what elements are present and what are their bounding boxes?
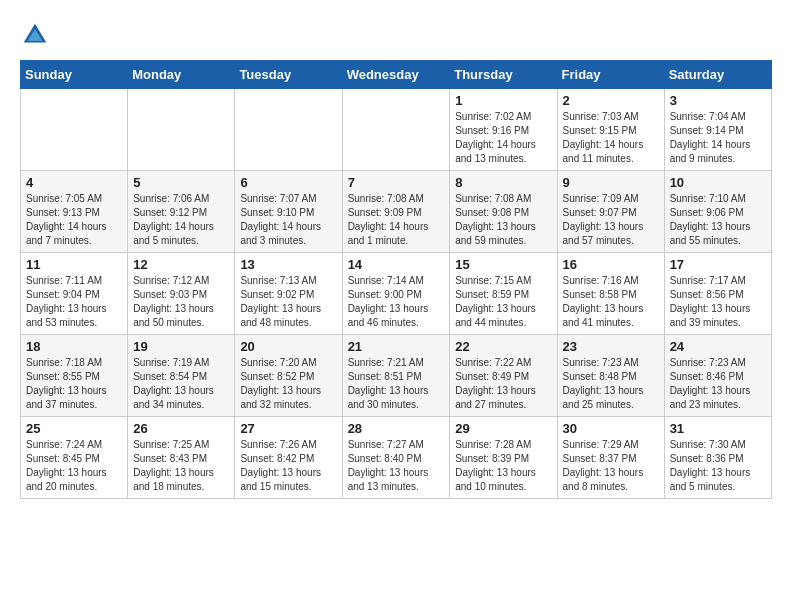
day-number: 2 <box>563 93 659 108</box>
day-info: Sunrise: 7:22 AM Sunset: 8:49 PM Dayligh… <box>455 356 551 412</box>
day-info: Sunrise: 7:18 AM Sunset: 8:55 PM Dayligh… <box>26 356 122 412</box>
day-info: Sunrise: 7:12 AM Sunset: 9:03 PM Dayligh… <box>133 274 229 330</box>
day-info: Sunrise: 7:06 AM Sunset: 9:12 PM Dayligh… <box>133 192 229 248</box>
weekday-header: Tuesday <box>235 61 342 89</box>
weekday-header: Friday <box>557 61 664 89</box>
day-number: 17 <box>670 257 766 272</box>
day-number: 13 <box>240 257 336 272</box>
day-info: Sunrise: 7:30 AM Sunset: 8:36 PM Dayligh… <box>670 438 766 494</box>
day-number: 18 <box>26 339 122 354</box>
day-number: 7 <box>348 175 445 190</box>
day-number: 3 <box>670 93 766 108</box>
calendar-cell: 26Sunrise: 7:25 AM Sunset: 8:43 PM Dayli… <box>128 417 235 499</box>
day-number: 26 <box>133 421 229 436</box>
calendar-cell <box>21 89 128 171</box>
day-info: Sunrise: 7:24 AM Sunset: 8:45 PM Dayligh… <box>26 438 122 494</box>
day-number: 21 <box>348 339 445 354</box>
day-number: 22 <box>455 339 551 354</box>
day-info: Sunrise: 7:08 AM Sunset: 9:09 PM Dayligh… <box>348 192 445 248</box>
calendar-cell: 3Sunrise: 7:04 AM Sunset: 9:14 PM Daylig… <box>664 89 771 171</box>
calendar-table: SundayMondayTuesdayWednesdayThursdayFrid… <box>20 60 772 499</box>
day-info: Sunrise: 7:23 AM Sunset: 8:48 PM Dayligh… <box>563 356 659 412</box>
calendar-cell: 15Sunrise: 7:15 AM Sunset: 8:59 PM Dayli… <box>450 253 557 335</box>
calendar-cell: 28Sunrise: 7:27 AM Sunset: 8:40 PM Dayli… <box>342 417 450 499</box>
day-info: Sunrise: 7:07 AM Sunset: 9:10 PM Dayligh… <box>240 192 336 248</box>
day-info: Sunrise: 7:20 AM Sunset: 8:52 PM Dayligh… <box>240 356 336 412</box>
day-info: Sunrise: 7:28 AM Sunset: 8:39 PM Dayligh… <box>455 438 551 494</box>
weekday-header: Thursday <box>450 61 557 89</box>
day-info: Sunrise: 7:04 AM Sunset: 9:14 PM Dayligh… <box>670 110 766 166</box>
day-number: 16 <box>563 257 659 272</box>
day-number: 14 <box>348 257 445 272</box>
logo <box>20 20 54 50</box>
day-info: Sunrise: 7:15 AM Sunset: 8:59 PM Dayligh… <box>455 274 551 330</box>
calendar-cell: 16Sunrise: 7:16 AM Sunset: 8:58 PM Dayli… <box>557 253 664 335</box>
day-number: 28 <box>348 421 445 436</box>
calendar-cell: 22Sunrise: 7:22 AM Sunset: 8:49 PM Dayli… <box>450 335 557 417</box>
day-number: 25 <box>26 421 122 436</box>
calendar-week-row: 18Sunrise: 7:18 AM Sunset: 8:55 PM Dayli… <box>21 335 772 417</box>
day-info: Sunrise: 7:03 AM Sunset: 9:15 PM Dayligh… <box>563 110 659 166</box>
weekday-header: Wednesday <box>342 61 450 89</box>
calendar-week-row: 11Sunrise: 7:11 AM Sunset: 9:04 PM Dayli… <box>21 253 772 335</box>
day-number: 20 <box>240 339 336 354</box>
weekday-header: Sunday <box>21 61 128 89</box>
calendar-cell: 23Sunrise: 7:23 AM Sunset: 8:48 PM Dayli… <box>557 335 664 417</box>
calendar-cell: 17Sunrise: 7:17 AM Sunset: 8:56 PM Dayli… <box>664 253 771 335</box>
calendar-cell: 19Sunrise: 7:19 AM Sunset: 8:54 PM Dayli… <box>128 335 235 417</box>
weekday-header: Saturday <box>664 61 771 89</box>
calendar-cell: 24Sunrise: 7:23 AM Sunset: 8:46 PM Dayli… <box>664 335 771 417</box>
day-number: 29 <box>455 421 551 436</box>
day-info: Sunrise: 7:05 AM Sunset: 9:13 PM Dayligh… <box>26 192 122 248</box>
day-number: 31 <box>670 421 766 436</box>
calendar-cell: 2Sunrise: 7:03 AM Sunset: 9:15 PM Daylig… <box>557 89 664 171</box>
calendar-cell: 5Sunrise: 7:06 AM Sunset: 9:12 PM Daylig… <box>128 171 235 253</box>
day-number: 5 <box>133 175 229 190</box>
calendar-cell: 6Sunrise: 7:07 AM Sunset: 9:10 PM Daylig… <box>235 171 342 253</box>
day-number: 1 <box>455 93 551 108</box>
day-info: Sunrise: 7:16 AM Sunset: 8:58 PM Dayligh… <box>563 274 659 330</box>
calendar-header-row: SundayMondayTuesdayWednesdayThursdayFrid… <box>21 61 772 89</box>
calendar-cell: 30Sunrise: 7:29 AM Sunset: 8:37 PM Dayli… <box>557 417 664 499</box>
calendar-cell <box>342 89 450 171</box>
day-number: 19 <box>133 339 229 354</box>
day-info: Sunrise: 7:23 AM Sunset: 8:46 PM Dayligh… <box>670 356 766 412</box>
calendar-cell: 11Sunrise: 7:11 AM Sunset: 9:04 PM Dayli… <box>21 253 128 335</box>
day-info: Sunrise: 7:21 AM Sunset: 8:51 PM Dayligh… <box>348 356 445 412</box>
calendar-cell: 25Sunrise: 7:24 AM Sunset: 8:45 PM Dayli… <box>21 417 128 499</box>
calendar-cell: 31Sunrise: 7:30 AM Sunset: 8:36 PM Dayli… <box>664 417 771 499</box>
day-info: Sunrise: 7:09 AM Sunset: 9:07 PM Dayligh… <box>563 192 659 248</box>
day-number: 15 <box>455 257 551 272</box>
day-number: 9 <box>563 175 659 190</box>
day-number: 11 <box>26 257 122 272</box>
weekday-header: Monday <box>128 61 235 89</box>
calendar-cell: 4Sunrise: 7:05 AM Sunset: 9:13 PM Daylig… <box>21 171 128 253</box>
calendar-week-row: 4Sunrise: 7:05 AM Sunset: 9:13 PM Daylig… <box>21 171 772 253</box>
day-number: 12 <box>133 257 229 272</box>
day-number: 27 <box>240 421 336 436</box>
page-header <box>20 20 772 50</box>
calendar-cell: 18Sunrise: 7:18 AM Sunset: 8:55 PM Dayli… <box>21 335 128 417</box>
day-number: 6 <box>240 175 336 190</box>
calendar-cell: 14Sunrise: 7:14 AM Sunset: 9:00 PM Dayli… <box>342 253 450 335</box>
calendar-cell: 12Sunrise: 7:12 AM Sunset: 9:03 PM Dayli… <box>128 253 235 335</box>
day-number: 4 <box>26 175 122 190</box>
day-info: Sunrise: 7:17 AM Sunset: 8:56 PM Dayligh… <box>670 274 766 330</box>
day-info: Sunrise: 7:26 AM Sunset: 8:42 PM Dayligh… <box>240 438 336 494</box>
calendar-cell: 27Sunrise: 7:26 AM Sunset: 8:42 PM Dayli… <box>235 417 342 499</box>
calendar-cell: 8Sunrise: 7:08 AM Sunset: 9:08 PM Daylig… <box>450 171 557 253</box>
day-info: Sunrise: 7:14 AM Sunset: 9:00 PM Dayligh… <box>348 274 445 330</box>
calendar-week-row: 1Sunrise: 7:02 AM Sunset: 9:16 PM Daylig… <box>21 89 772 171</box>
day-info: Sunrise: 7:02 AM Sunset: 9:16 PM Dayligh… <box>455 110 551 166</box>
calendar-week-row: 25Sunrise: 7:24 AM Sunset: 8:45 PM Dayli… <box>21 417 772 499</box>
day-info: Sunrise: 7:27 AM Sunset: 8:40 PM Dayligh… <box>348 438 445 494</box>
day-info: Sunrise: 7:25 AM Sunset: 8:43 PM Dayligh… <box>133 438 229 494</box>
day-number: 8 <box>455 175 551 190</box>
calendar-cell: 1Sunrise: 7:02 AM Sunset: 9:16 PM Daylig… <box>450 89 557 171</box>
calendar-cell: 29Sunrise: 7:28 AM Sunset: 8:39 PM Dayli… <box>450 417 557 499</box>
day-number: 30 <box>563 421 659 436</box>
calendar-cell <box>128 89 235 171</box>
day-info: Sunrise: 7:19 AM Sunset: 8:54 PM Dayligh… <box>133 356 229 412</box>
day-number: 23 <box>563 339 659 354</box>
day-number: 24 <box>670 339 766 354</box>
